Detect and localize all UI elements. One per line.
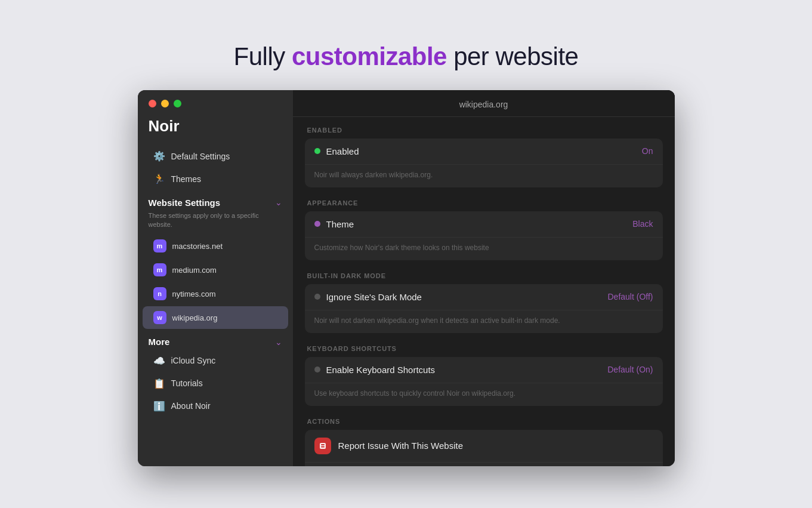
sidebar-item-themes[interactable]: 🏃 Themes: [143, 168, 288, 190]
enabled-value: On: [642, 146, 653, 156]
enabled-row[interactable]: Enabled On: [305, 138, 663, 165]
nytimes-avatar: n: [153, 287, 166, 300]
page-heading: Fully customizable per website: [234, 42, 579, 71]
macstories-avatar: m: [153, 239, 166, 253]
heading-suffix: per website: [447, 42, 578, 70]
keyboard-dot: [314, 367, 320, 372]
svg-rect-1: [321, 444, 325, 445]
theme-dot: [314, 221, 320, 227]
sidebar-item-nytimes[interactable]: n nytimes.com: [143, 282, 288, 305]
info-icon: ℹ️: [153, 400, 165, 412]
maximize-button[interactable]: [174, 100, 181, 107]
theme-value: Black: [632, 219, 653, 229]
builtin-card: Ignore Site's Dark Mode Default (Off) No…: [305, 284, 663, 333]
website-settings-title: Website Settings: [149, 198, 221, 208]
wikipedia-label: wikipedia.org: [172, 313, 218, 322]
sidebar-item-wikipedia[interactable]: w wikipedia.org: [143, 306, 288, 329]
ignore-dot: [314, 294, 320, 300]
sidebar-item-medium[interactable]: m medium.com: [143, 258, 288, 281]
svg-rect-2: [321, 446, 325, 447]
heading-bold: customizable: [292, 42, 447, 70]
ignore-left: Ignore Site's Dark Mode: [314, 292, 422, 302]
svg-rect-0: [320, 443, 326, 449]
tutorials-label: Tutorials: [171, 378, 203, 388]
about-label: About Noir: [171, 401, 211, 411]
medium-avatar: m: [153, 263, 166, 276]
ignore-name: Ignore Site's Dark Mode: [326, 292, 422, 302]
more-title: More: [149, 337, 170, 347]
report-issue-row[interactable]: Report Issue With This Website: [305, 430, 663, 463]
actions-card: Report Issue With This Website Open Webs…: [305, 430, 663, 466]
sidebar: Noir ⚙️ Default Settings 🏃 Themes Websit…: [138, 90, 293, 466]
keyboard-left: Enable Keyboard Shortcuts: [314, 365, 436, 375]
icloud-sync-label: iCloud Sync: [171, 356, 216, 365]
report-issue-label: Report Issue With This Website: [338, 441, 464, 451]
website-settings-section-header: Website Settings ⌄: [138, 190, 293, 210]
sidebar-item-macstories[interactable]: m macstories.net: [143, 235, 288, 257]
sidebar-item-tutorials[interactable]: 📋 Tutorials: [143, 372, 288, 394]
main-site-title: wikipedia.org: [293, 90, 675, 117]
default-settings-label: Default Settings: [171, 152, 230, 161]
wikipedia-avatar: w: [153, 311, 166, 324]
app-window: Noir ⚙️ Default Settings 🏃 Themes Websit…: [138, 90, 675, 466]
close-button[interactable]: [149, 100, 156, 107]
medium-label: medium.com: [172, 266, 217, 275]
enabled-left: Enabled: [314, 146, 359, 156]
website-settings-desc: These settings apply only to a specific …: [138, 210, 293, 235]
theme-name: Theme: [326, 219, 354, 229]
enabled-dot: [314, 148, 320, 154]
gear-icon: ⚙️: [153, 150, 165, 162]
heading-prefix: Fully: [234, 42, 292, 70]
main-content: wikipedia.org ENABLED Enabled On Noir wi…: [293, 90, 675, 466]
builtin-section: BUILT-IN DARK MODE Ignore Site's Dark Mo…: [293, 263, 675, 335]
keyboard-value: Default (On): [607, 365, 653, 374]
app-name-label: Noir: [138, 115, 293, 145]
appearance-section: APPEARANCE Theme Black Customize how Noi…: [293, 190, 675, 263]
sidebar-item-default-settings[interactable]: ⚙️ Default Settings: [143, 146, 288, 167]
keyboard-section-label: KEYBOARD SHORTCUTS: [305, 335, 663, 357]
appearance-card: Theme Black Customize how Noir's dark th…: [305, 211, 663, 260]
macstories-label: macstories.net: [172, 242, 223, 251]
builtin-section-label: BUILT-IN DARK MODE: [305, 263, 663, 284]
tutorials-icon: 📋: [153, 377, 165, 389]
keyboard-section: KEYBOARD SHORTCUTS Enable Keyboard Short…: [293, 335, 675, 408]
enabled-card: Enabled On Noir will always darken wikip…: [305, 138, 663, 187]
theme-row[interactable]: Theme Black: [305, 211, 663, 238]
enabled-name: Enabled: [326, 146, 359, 156]
theme-left: Theme: [314, 219, 354, 229]
ignore-value: Default (Off): [608, 292, 653, 301]
enabled-desc: Noir will always darken wikipedia.org.: [305, 165, 663, 187]
more-chevron-icon: ⌄: [275, 337, 282, 347]
report-icon: [314, 438, 331, 454]
sidebar-item-icloud-sync[interactable]: ☁️ iCloud Sync: [143, 350, 288, 371]
appearance-section-label: APPEARANCE: [305, 190, 663, 211]
nytimes-label: nytimes.com: [172, 290, 216, 298]
sidebar-item-about[interactable]: ℹ️ About Noir: [143, 395, 288, 417]
keyboard-row[interactable]: Enable Keyboard Shortcuts Default (On): [305, 357, 663, 383]
keyboard-name: Enable Keyboard Shortcuts: [326, 365, 436, 375]
themes-icon: 🏃: [153, 173, 165, 185]
ignore-darkmode-row[interactable]: Ignore Site's Dark Mode Default (Off): [305, 284, 663, 310]
window-controls: [138, 90, 293, 115]
enabled-section-label: ENABLED: [305, 117, 663, 138]
ignore-desc: Noir will not darken wikipedia.org when …: [305, 310, 663, 333]
keyboard-desc: Use keyboard shortcuts to quickly contro…: [305, 383, 663, 406]
theme-desc: Customize how Noir's dark theme looks on…: [305, 238, 663, 260]
more-section-header: More ⌄: [138, 330, 293, 349]
open-safari-row[interactable]: Open Website in Safari: [305, 463, 663, 466]
cloud-icon: ☁️: [153, 355, 165, 367]
actions-section: ACTIONS Report Issue With This Website: [293, 408, 675, 466]
chevron-down-icon: ⌄: [275, 198, 282, 207]
enabled-section: ENABLED Enabled On Noir will always dark…: [293, 117, 675, 190]
minimize-button[interactable]: [161, 100, 169, 107]
themes-label: Themes: [171, 174, 202, 184]
keyboard-card: Enable Keyboard Shortcuts Default (On) U…: [305, 357, 663, 406]
actions-section-label: ACTIONS: [305, 408, 663, 430]
